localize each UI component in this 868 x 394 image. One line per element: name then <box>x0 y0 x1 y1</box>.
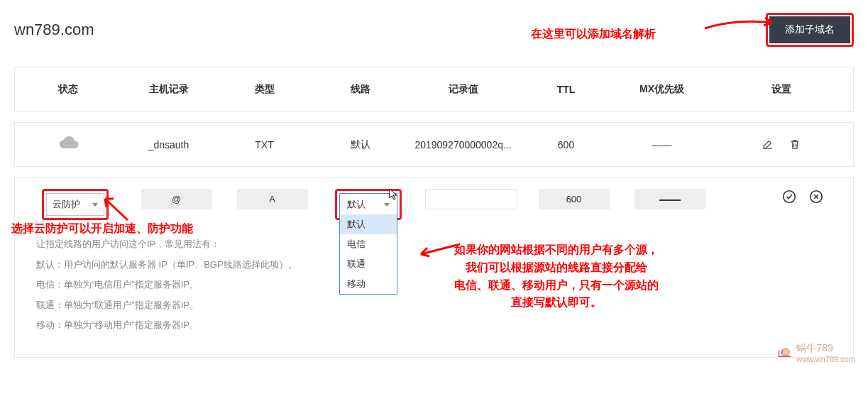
col-mx: MX优先级 <box>614 67 710 112</box>
protection-highlight: 云防护 <box>42 189 109 220</box>
add-subdomain-button[interactable]: 添加子域名 <box>769 16 850 43</box>
col-settings: 设置 <box>710 67 854 112</box>
table-row: _dnsauth TXT 默认 201909270000002q... 600 … <box>14 122 854 167</box>
page-title: wn789.com <box>14 21 94 39</box>
delete-icon[interactable] <box>787 136 803 152</box>
watermark-name: 蜗牛789 <box>796 342 855 355</box>
watermark-url: www.wn789.com <box>796 355 855 363</box>
svg-point-0 <box>784 191 796 203</box>
col-type: 类型 <box>216 67 312 112</box>
cell-mx: —— <box>614 122 710 167</box>
col-ttl: TTL <box>518 67 614 112</box>
line-option[interactable]: 移动 <box>340 274 397 294</box>
svg-point-4 <box>779 351 780 352</box>
line-highlight: 默认 默认 电信 联通 移动 <box>335 189 402 220</box>
col-value: 记录值 <box>408 67 518 112</box>
watermark: 蜗牛789 www.wn789.com <box>776 342 855 363</box>
line-dropdown: 默认 电信 联通 移动 <box>339 214 397 295</box>
line-option[interactable]: 默认 <box>340 214 397 234</box>
line-option[interactable]: 联通 <box>340 254 397 274</box>
cell-value: 201909270000002q... <box>408 122 518 167</box>
line-selected-value: 默认 <box>347 198 366 211</box>
chevron-down-icon <box>384 203 390 207</box>
cell-type: TXT <box>216 122 312 167</box>
value-input[interactable] <box>425 189 517 209</box>
type-input[interactable] <box>237 189 308 209</box>
cancel-icon[interactable] <box>808 189 824 204</box>
cell-line: 默认 <box>312 122 408 167</box>
host-input[interactable] <box>141 189 212 209</box>
help-line: 联通：单独为“联通用户”指定服务器IP。 <box>36 295 832 316</box>
help-text: 让指定线路的用户访问这个IP，常见用法有： 默认：用户访问的默认服务器 IP（单… <box>15 227 853 357</box>
add-subdomain-highlight: 添加子域名 <box>766 13 854 47</box>
help-line: 移动：单独为“移动用户”指定服务器IP。 <box>36 315 832 336</box>
protection-value: 云防护 <box>53 198 80 211</box>
help-line: 电信：单独为“电信用户”指定服务器IP。 <box>36 275 832 295</box>
cell-host: _dnsauth <box>121 122 216 167</box>
protection-select[interactable]: 云防护 <box>46 193 104 216</box>
cloud-icon <box>57 136 79 151</box>
add-record-panel: 云防护 默认 <box>14 177 854 358</box>
help-line: 默认：用户访问的默认服务器 IP（单IP、BGP线路选择此项）。 <box>36 255 832 275</box>
line-option[interactable]: 电信 <box>340 234 397 254</box>
svg-point-5 <box>781 350 783 351</box>
mx-display <box>634 189 705 209</box>
edit-icon[interactable] <box>760 136 776 152</box>
help-intro: 让指定线路的用户访问这个IP，常见用法有： <box>36 234 832 255</box>
confirm-icon[interactable] <box>781 189 797 204</box>
col-line: 线路 <box>312 67 408 112</box>
col-host: 主机记录 <box>121 67 216 112</box>
dns-records-table: 状态 主机记录 类型 线路 记录值 TTL MX优先级 设置 _dnsauth … <box>14 67 854 167</box>
chevron-down-icon <box>92 203 98 207</box>
svg-point-3 <box>784 350 789 355</box>
snail-icon <box>776 345 793 360</box>
ttl-input[interactable] <box>539 189 610 209</box>
col-status: 状态 <box>14 67 121 112</box>
line-select[interactable]: 默认 <box>339 193 397 216</box>
cell-ttl: 600 <box>518 122 614 167</box>
